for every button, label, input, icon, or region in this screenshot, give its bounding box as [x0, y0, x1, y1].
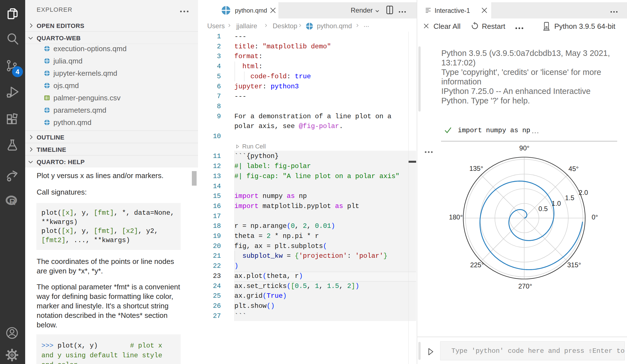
svg-text:2.0: 2.0 [579, 189, 588, 196]
svg-text:135°: 135° [469, 165, 483, 172]
svg-text:0.5: 0.5 [538, 205, 548, 212]
svg-text:315°: 315° [567, 261, 581, 269]
svg-text:180°: 180° [449, 213, 463, 221]
svg-text:225°: 225° [470, 261, 484, 269]
svg-text:1.5: 1.5 [565, 194, 574, 202]
svg-text:R: R [9, 197, 16, 207]
svg-text:45°: 45° [569, 165, 579, 172]
svg-text:1.0: 1.0 [551, 200, 561, 207]
svg-text:0°: 0° [592, 213, 598, 221]
svg-text:90°: 90° [519, 144, 529, 152]
svg-text:270°: 270° [518, 282, 532, 290]
